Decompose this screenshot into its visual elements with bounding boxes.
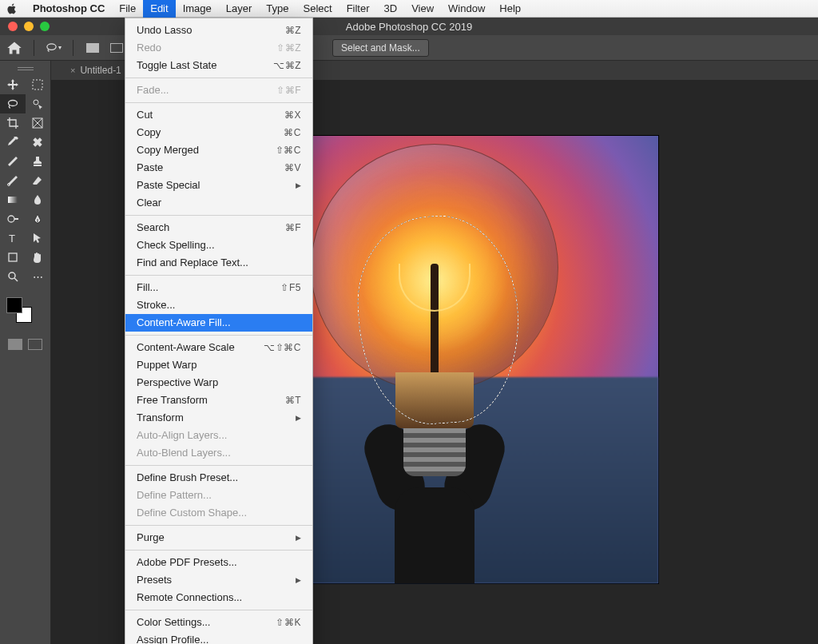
menu-pdf-presets[interactable]: Adobe PDF Presets... (125, 554, 312, 571)
menu-3d[interactable]: 3D (377, 0, 405, 18)
menu-remote-connections[interactable]: Remote Connections... (125, 589, 312, 606)
edit-menu-dropdown: Undo Lasso⌘Z Redo⇧⌘Z Toggle Last State⌥⌘… (125, 18, 313, 644)
window-zoom-button[interactable] (40, 22, 50, 31)
menu-separator (125, 550, 312, 551)
quickmask-icon[interactable] (8, 339, 22, 350)
menu-separator (125, 78, 312, 78)
dodge-tool[interactable] (0, 209, 26, 229)
pen-tool[interactable] (26, 209, 51, 229)
frame-tool[interactable] (26, 113, 51, 133)
menu-label: Puppet Warp (137, 358, 197, 372)
eraser-tool[interactable] (26, 171, 51, 190)
menu-app[interactable]: Photoshop CC (26, 0, 112, 18)
menu-define-brush[interactable]: Define Brush Preset... (125, 469, 312, 487)
menu-content-aware-fill[interactable]: Content-Aware Fill... (125, 314, 312, 332)
menu-copy-merged[interactable]: Copy Merged⇧⌘C (125, 141, 312, 159)
menu-label: Toggle Last State (137, 58, 216, 73)
menu-paste-special[interactable]: Paste Special (125, 177, 312, 194)
menu-label: Fade... (137, 83, 169, 97)
menu-free-transform[interactable]: Free Transform⌘T (125, 392, 312, 409)
menu-toggle-state[interactable]: Toggle Last State⌥⌘Z (125, 57, 312, 74)
menu-puppet-warp[interactable]: Puppet Warp (125, 356, 312, 374)
menu-presets[interactable]: Presets (125, 571, 312, 589)
menu-paste[interactable]: Paste⌘V (125, 159, 312, 177)
menu-define-shape: Define Custom Shape... (125, 504, 312, 522)
menu-perspective-warp[interactable]: Perspective Warp (125, 374, 312, 392)
menu-color-settings[interactable]: Color Settings...⇧⌘K (125, 614, 312, 631)
foreground-color-swatch[interactable] (6, 297, 22, 313)
menu-undo[interactable]: Undo Lasso⌘Z (125, 22, 312, 39)
menu-label: Search (137, 221, 169, 235)
menu-label: Undo Lasso (137, 23, 192, 38)
menu-select[interactable]: Select (296, 0, 339, 18)
menu-filter[interactable]: Filter (340, 0, 377, 18)
menu-stroke[interactable]: Stroke... (125, 296, 312, 314)
menu-transform[interactable]: Transform (125, 409, 312, 427)
panel-grip-icon[interactable] (18, 67, 34, 70)
menu-type[interactable]: Type (259, 0, 296, 18)
window-title: Adobe Photoshop CC 2019 (0, 21, 818, 33)
brush-tool[interactable] (0, 152, 26, 171)
menu-label: Find and Replace Text... (137, 256, 248, 270)
separator (34, 40, 34, 56)
marquee-tool[interactable] (26, 75, 51, 94)
menu-label: Define Custom Shape... (137, 506, 247, 520)
lasso-tool[interactable] (0, 94, 26, 113)
close-icon[interactable]: × (70, 66, 75, 75)
home-icon[interactable] (6, 40, 22, 56)
menu-edit[interactable]: Edit (143, 0, 175, 18)
shortcut: ⇧⌘K (276, 615, 301, 630)
selection-add-icon[interactable] (109, 40, 125, 56)
shortcut: ⇧F5 (280, 280, 301, 295)
stamp-tool[interactable] (26, 152, 51, 171)
menu-assign-profile[interactable]: Assign Profile... (125, 631, 312, 644)
menu-clear[interactable]: Clear (125, 194, 312, 212)
crop-tool[interactable] (0, 113, 26, 133)
menu-find-replace[interactable]: Find and Replace Text... (125, 254, 312, 272)
history-brush-tool[interactable] (0, 171, 26, 190)
menu-check-spelling[interactable]: Check Spelling... (125, 237, 312, 254)
eyedropper-tool[interactable] (0, 133, 26, 152)
zoom-tool[interactable] (0, 267, 26, 286)
edit-toolbar[interactable]: ⋯ (26, 267, 51, 286)
window-close-button[interactable] (8, 22, 18, 31)
menu-fade: Fade...⇧⌘F (125, 81, 312, 99)
shortcut: ⇧⌘C (276, 143, 301, 157)
selection-new-icon[interactable] (85, 40, 101, 56)
blur-tool[interactable] (26, 190, 51, 209)
menu-search[interactable]: Search⌘F (125, 219, 312, 237)
menu-view[interactable]: View (404, 0, 441, 18)
menu-window[interactable]: Window (441, 0, 492, 18)
gradient-tool[interactable] (0, 190, 26, 209)
document-tabs: ×Untitled-1 @ 5% (Layer 1, RGB/8) * (0, 61, 818, 80)
menu-copy[interactable]: Copy⌘C (125, 124, 312, 141)
path-select-tool[interactable] (26, 229, 51, 248)
image-lightbulb (311, 144, 558, 487)
menu-file[interactable]: File (112, 0, 143, 18)
quick-select-tool[interactable] (26, 94, 51, 113)
healing-tool[interactable] (26, 133, 51, 152)
menu-label: Copy (137, 125, 161, 140)
menu-label: Redo (137, 41, 161, 55)
lasso-tool-icon[interactable]: ▾ (46, 40, 62, 56)
screenmode-icon[interactable] (28, 339, 42, 350)
shortcut: ⌘V (284, 161, 301, 175)
menu-image[interactable]: Image (176, 0, 219, 18)
menu-layer[interactable]: Layer (219, 0, 260, 18)
menu-fill[interactable]: Fill...⇧F5 (125, 279, 312, 296)
color-swatches[interactable] (6, 297, 44, 323)
type-tool[interactable]: T (0, 229, 26, 248)
menu-label: Transform (137, 411, 184, 425)
hand-tool[interactable] (26, 248, 51, 267)
menu-content-aware-scale[interactable]: Content-Aware Scale⌥⇧⌘C (125, 339, 312, 356)
menu-label: Stroke... (137, 298, 175, 312)
menu-label: Clear (137, 196, 161, 210)
move-tool[interactable] (0, 75, 26, 94)
menu-label: Define Pattern... (137, 488, 212, 503)
menu-cut[interactable]: Cut⌘X (125, 106, 312, 124)
shape-tool[interactable] (0, 248, 26, 267)
menu-help[interactable]: Help (492, 0, 528, 18)
select-and-mask-button[interactable]: Select and Mask... (332, 39, 429, 57)
menu-purge[interactable]: Purge (125, 529, 312, 547)
window-minimize-button[interactable] (24, 22, 34, 31)
